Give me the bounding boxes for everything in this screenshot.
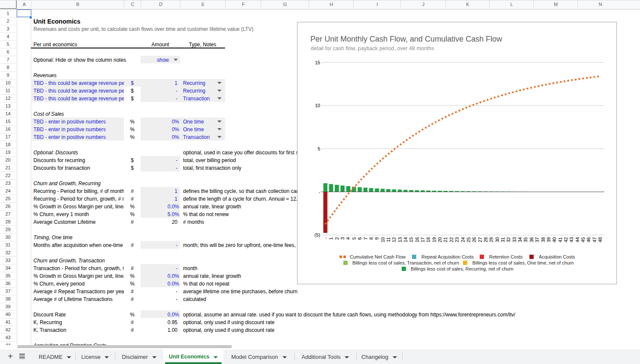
svg-text:14: 14 <box>403 237 408 242</box>
svg-text:7: 7 <box>363 237 368 240</box>
svg-text:20: 20 <box>437 237 442 242</box>
svg-text:36: 36 <box>529 237 534 242</box>
svg-text:39: 39 <box>546 237 551 242</box>
svg-text:-: - <box>323 237 328 239</box>
svg-text:Retention Costs: Retention Costs <box>489 254 523 259</box>
svg-text:12: 12 <box>391 237 397 242</box>
svg-text:21: 21 <box>443 237 448 242</box>
svg-text:41: 41 <box>558 237 563 242</box>
svg-text:16: 16 <box>415 237 420 242</box>
svg-text:27: 27 <box>478 237 483 242</box>
svg-text:46: 46 <box>586 237 591 242</box>
svg-text:30: 30 <box>495 237 500 242</box>
svg-text:1: 1 <box>328 237 334 240</box>
svg-text:11: 11 <box>386 237 391 242</box>
svg-text:4: 4 <box>346 237 351 240</box>
svg-text:Billings less cost of sales, T: Billings less cost of sales, Transaction… <box>352 260 459 265</box>
svg-text:3: 3 <box>340 237 345 240</box>
svg-text:Per Unit Monthly Cash Flow, an: Per Unit Monthly Cash Flow, and Cumulati… <box>310 35 502 43</box>
svg-text:31: 31 <box>500 237 505 242</box>
svg-text:33: 33 <box>512 237 517 242</box>
svg-text:40: 40 <box>552 237 557 242</box>
svg-text:43: 43 <box>569 237 574 242</box>
svg-text:Repeat Acquisition Costs: Repeat Acquisition Costs <box>421 254 474 259</box>
svg-text:13: 13 <box>397 237 403 242</box>
svg-text:35: 35 <box>523 237 528 242</box>
svg-text:23: 23 <box>454 237 460 242</box>
svg-text:19: 19 <box>432 237 437 242</box>
svg-text:29: 29 <box>489 237 494 242</box>
svg-text:(5): (5) <box>315 232 320 238</box>
svg-text:47: 47 <box>592 237 597 242</box>
svg-text:18: 18 <box>426 237 431 242</box>
svg-text:42: 42 <box>563 237 568 242</box>
svg-text:22: 22 <box>449 237 454 242</box>
svg-text:17: 17 <box>420 237 425 242</box>
svg-text:Cumulative Net Cash Flow: Cumulative Net Cash Flow <box>350 254 406 259</box>
svg-text:6: 6 <box>357 237 362 240</box>
svg-text:10: 10 <box>380 237 385 242</box>
svg-text:5: 5 <box>352 237 357 240</box>
svg-text:9: 9 <box>374 237 379 240</box>
svg-text:Billings less cost of sales, O: Billings less cost of sales, One time, n… <box>472 260 574 265</box>
svg-text:5: 5 <box>318 146 320 151</box>
svg-text:37: 37 <box>535 237 540 242</box>
svg-text:25: 25 <box>466 237 471 242</box>
svg-text:Billings less cost of sales, R: Billings less cost of sales, Recurring, … <box>411 266 514 271</box>
svg-text:-: - <box>318 190 320 195</box>
svg-text:10: 10 <box>315 103 320 108</box>
svg-text:32: 32 <box>506 237 511 242</box>
svg-text:48: 48 <box>598 237 603 242</box>
svg-text:24: 24 <box>460 237 466 242</box>
svg-text:detail for cash flow, payback: detail for cash flow, payback period, ov… <box>311 45 434 51</box>
svg-text:26: 26 <box>472 237 477 242</box>
svg-text:38: 38 <box>541 237 546 242</box>
svg-text:45: 45 <box>580 237 586 242</box>
svg-text:28: 28 <box>483 237 488 242</box>
svg-text:8: 8 <box>369 237 374 240</box>
svg-text:15: 15 <box>315 60 320 65</box>
svg-text:15: 15 <box>409 237 414 242</box>
svg-text:2: 2 <box>334 237 340 240</box>
svg-text:34: 34 <box>517 237 523 242</box>
svg-text:44: 44 <box>575 237 580 242</box>
svg-text:Acquisition Costs: Acquisition Costs <box>539 254 575 259</box>
